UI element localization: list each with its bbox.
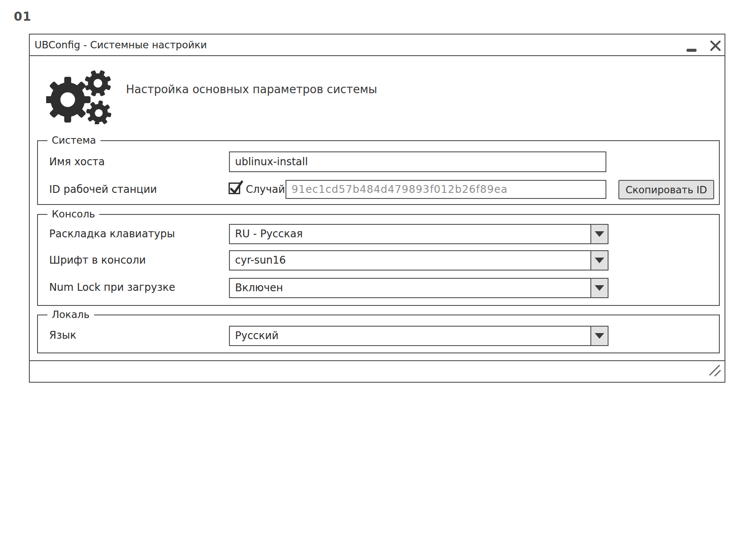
numlock-value: Включен	[235, 279, 587, 297]
language-label: Язык	[49, 329, 76, 341]
window-title: UBConfig - Системные настройки	[35, 35, 207, 55]
chevron-down-icon	[595, 258, 604, 263]
numlock-dropdown-button[interactable]	[590, 279, 608, 297]
console-font-value: cyr-sun16	[235, 251, 587, 270]
keyboard-layout-select[interactable]: RU - Русская	[229, 224, 609, 244]
group-console-title: Консоль	[47, 208, 99, 220]
status-bar	[30, 360, 725, 382]
language-dropdown-button[interactable]	[590, 327, 608, 345]
group-system-title: Система	[47, 135, 100, 146]
workstation-id-label: ID рабочей станции	[49, 183, 157, 195]
language-select[interactable]: Русский	[229, 326, 609, 346]
group-locale-title: Локаль	[47, 309, 94, 320]
numlock-label: Num Lock при загрузке	[49, 281, 175, 293]
group-console: Консоль Раскладка клавиатуры RU - Русска…	[37, 214, 720, 306]
chevron-down-icon	[595, 231, 604, 237]
console-font-label: Шрифт в консоли	[49, 254, 146, 266]
group-locale: Локаль Язык Русский	[37, 315, 720, 353]
workstation-id-input[interactable]	[285, 180, 606, 199]
copy-id-button[interactable]: Скопировать ID	[618, 180, 714, 199]
title-bar[interactable]: UBConfig - Системные настройки	[30, 35, 725, 56]
keyboard-layout-value: RU - Русская	[235, 225, 587, 243]
group-system: Система Имя хоста ID рабочей станции Слу…	[37, 140, 720, 205]
chevron-down-icon	[595, 333, 604, 339]
console-font-dropdown-button[interactable]	[590, 251, 608, 270]
hostname-label: Имя хоста	[49, 156, 105, 168]
keyboard-layout-label: Раскладка клавиатуры	[49, 228, 175, 240]
figure-number: 01	[14, 9, 31, 24]
console-font-select[interactable]: cyr-sun16	[229, 250, 609, 271]
numlock-select[interactable]: Включен	[229, 278, 609, 298]
language-value: Русский	[235, 327, 587, 345]
ubconfig-window: UBConfig - Системные настройки	[29, 34, 725, 383]
keyboard-layout-dropdown-button[interactable]	[590, 225, 608, 243]
minimize-icon[interactable]	[687, 49, 696, 52]
window-subtitle: Настройка основных параметров системы	[126, 83, 377, 96]
hostname-input[interactable]	[229, 151, 606, 172]
resize-grip-icon[interactable]	[708, 364, 722, 379]
random-id-checkbox[interactable]	[229, 183, 240, 194]
gears-icon	[46, 70, 113, 124]
close-icon[interactable]	[710, 40, 721, 51]
chevron-down-icon	[595, 285, 604, 291]
